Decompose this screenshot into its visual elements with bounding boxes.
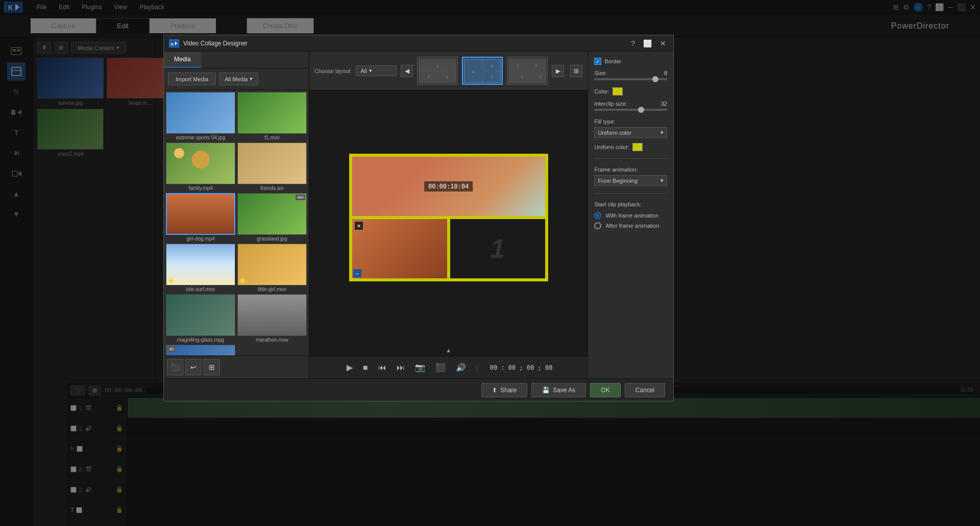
media-file-friends[interactable]: friends.avi bbox=[237, 142, 307, 191]
dialog-help-btn[interactable]: ? bbox=[629, 39, 637, 47]
svg-text:K: K bbox=[171, 42, 174, 46]
frame-anim-section: Frame animation: From Beginning ▾ bbox=[594, 166, 667, 186]
radio-after-anim[interactable] bbox=[594, 222, 601, 229]
dialog-restore-btn[interactable]: ⬜ bbox=[641, 39, 654, 47]
svg-text:3: 3 bbox=[428, 74, 430, 79]
dialog-footer: ⬆ Share 💾 Save As OK Cancel bbox=[164, 378, 673, 401]
media-file-little-girl[interactable]: ⭐ little-girl.mov bbox=[237, 244, 307, 292]
share-btn[interactable]: Share bbox=[500, 387, 517, 394]
collage-remove-btn-1[interactable]: ✕ bbox=[354, 221, 363, 230]
radio-with-anim[interactable] bbox=[594, 212, 601, 219]
stop-btn[interactable]: ■ bbox=[361, 361, 370, 374]
dialog-options-panel: ✓ Border Size: 8 Color: bbox=[587, 52, 673, 378]
ok-btn[interactable]: OK bbox=[590, 383, 620, 397]
layout-dropdown[interactable]: All ▾ bbox=[356, 65, 397, 76]
share-icon: ⬆ bbox=[492, 387, 497, 394]
fill-type-label: Fill type: bbox=[594, 118, 615, 125]
collage-preview: 00:00:10:04 ✕ ↔ 1 bbox=[349, 154, 548, 281]
share-section: ⬆ Share bbox=[481, 383, 527, 397]
uniform-color-picker[interactable] bbox=[632, 143, 643, 151]
forward-btn[interactable]: ⏭ bbox=[395, 361, 407, 374]
save-as-icon: 💾 bbox=[542, 387, 550, 394]
border-checkbox[interactable]: ✓ bbox=[594, 58, 601, 65]
size-slider-thumb bbox=[652, 76, 658, 82]
media-file-kite[interactable]: ⭐ kite-surf.mov bbox=[166, 244, 235, 292]
snapshot-btn[interactable]: 📷 bbox=[413, 361, 427, 374]
preview-timecode: 00:00:10:04 bbox=[424, 181, 473, 192]
collage-panel-bottom-right[interactable]: 1 bbox=[450, 219, 545, 278]
layout-grid-view-btn[interactable]: ⊞ bbox=[570, 65, 582, 77]
layout-next-btn[interactable]: ▶ bbox=[552, 65, 564, 77]
size-slider[interactable] bbox=[594, 78, 667, 80]
media-file-girl-dog[interactable]: girl-dog.mp4 bbox=[166, 193, 235, 242]
dialog-media-controls: Import Media All Media ▾ bbox=[164, 68, 309, 90]
svg-text:1: 1 bbox=[491, 74, 493, 79]
media-file-f1[interactable]: f1.mov bbox=[237, 92, 307, 140]
dialog-preview-area: Choose layout: All ▾ ◀ 1 3 2 bbox=[309, 52, 587, 378]
media-file-magnify[interactable]: magnifing-glass.mpg bbox=[166, 294, 235, 343]
frame-anim-label: Frame animation: bbox=[594, 166, 638, 173]
svg-text:1: 1 bbox=[436, 63, 438, 68]
interclip-section: Interclip size: 32 bbox=[594, 101, 667, 113]
cancel-btn[interactable]: Cancel bbox=[625, 383, 665, 397]
layout-prev-btn[interactable]: ◀ bbox=[401, 65, 413, 77]
volume-btn[interactable]: 🔊 bbox=[454, 361, 468, 374]
interclip-value: 32 bbox=[661, 101, 667, 107]
layout-option-2[interactable]: 2 3 1 bbox=[462, 57, 503, 85]
frame-anim-dropdown[interactable]: From Beginning ▾ bbox=[594, 175, 667, 186]
caption-btn[interactable]: ⬛ bbox=[433, 361, 448, 374]
undo-icon-btn[interactable]: ↩ bbox=[185, 359, 202, 375]
size-row: Size: 8 bbox=[594, 70, 667, 76]
dialog-close-btn[interactable]: ✕ bbox=[658, 39, 668, 47]
dialog-title-text: Video Collage Designer bbox=[183, 40, 629, 47]
svg-text:2: 2 bbox=[540, 75, 542, 78]
interclip-row: Interclip size: 32 bbox=[594, 101, 667, 107]
dialog-window-controls: ? ⬜ ✕ bbox=[629, 39, 668, 47]
interclip-label: Interclip size: bbox=[594, 101, 627, 107]
collage-panel-top[interactable]: 00:00:10:04 bbox=[352, 157, 545, 216]
svg-text:3: 3 bbox=[491, 63, 493, 68]
kite-overlay: ⭐ bbox=[168, 278, 174, 283]
media-file-family[interactable]: family.mp4 bbox=[166, 142, 235, 191]
preview-canvas: 00:00:10:04 ✕ ↔ 1 bbox=[309, 90, 587, 345]
save-as-btn[interactable]: Save As bbox=[553, 387, 575, 394]
separator-2 bbox=[594, 193, 667, 194]
playback-time: 00 : 00 ; 00 ; 00 bbox=[490, 364, 553, 371]
media-file-extreme[interactable]: extreme sports 04.jpg bbox=[166, 92, 235, 140]
svg-text:3: 3 bbox=[535, 63, 537, 67]
dialog-filter-dropdown[interactable]: All Media ▾ bbox=[219, 73, 258, 85]
preview-indicator: ▲ bbox=[309, 345, 587, 356]
dialog-media-tabs: Media bbox=[164, 52, 309, 68]
color-picker-btn[interactable] bbox=[612, 87, 623, 95]
media-file-marathon[interactable]: marathon.mov bbox=[237, 294, 307, 343]
dialog-titlebar: K Video Collage Designer ? ⬜ ✕ bbox=[164, 35, 673, 52]
collage-add-btn-1[interactable]: ↔ bbox=[353, 269, 361, 277]
layout-option-3[interactable]: 1 3 4 2 bbox=[507, 57, 548, 85]
dialog-body: Media Import Media All Media ▾ extreme s… bbox=[164, 52, 673, 378]
little-girl-overlay: ⭐ bbox=[239, 278, 246, 283]
save-as-section: 💾 Save As bbox=[531, 383, 586, 397]
svg-text:2: 2 bbox=[473, 69, 475, 74]
dialog-media-list: extreme sports 04.jpg f1.mov fa bbox=[164, 90, 309, 355]
dialog-tab-media[interactable]: Media bbox=[164, 52, 201, 68]
layout-label: Choose layout: bbox=[314, 68, 352, 74]
badge-3d: 3D bbox=[167, 346, 176, 352]
collage-panel-bottom-left[interactable]: ✕ ↔ bbox=[352, 219, 447, 278]
rewind-btn[interactable]: ⏮ bbox=[376, 361, 388, 374]
media-file-grassland[interactable]: 360 grassland.jpg bbox=[237, 193, 307, 242]
collage-bottom-row: ✕ ↔ 1 bbox=[352, 219, 545, 278]
storyboard-icon-btn[interactable]: ⬛ bbox=[167, 359, 183, 375]
radio-row-2: After frame animation bbox=[594, 222, 667, 229]
preview-controls: ▶ ■ ⏮ ⏭ 📷 ⬛ 🔊 | 00 : 00 ; 00 ; 00 bbox=[309, 356, 587, 378]
media-file-mountain[interactable]: 3D mountain... bbox=[166, 345, 235, 355]
badge-360: 360 bbox=[296, 195, 305, 200]
grid-icon-btn[interactable]: ⊞ bbox=[204, 359, 220, 375]
dialog-import-btn[interactable]: Import Media bbox=[168, 73, 216, 85]
dialog-logo: K bbox=[169, 39, 179, 47]
separator-1 bbox=[594, 158, 667, 159]
color-row: Color: bbox=[594, 87, 667, 95]
play-btn[interactable]: ▶ bbox=[345, 361, 355, 374]
layout-option-1[interactable]: 1 3 2 bbox=[417, 57, 458, 85]
fill-type-dropdown[interactable]: Uniform color ▾ bbox=[594, 127, 667, 138]
interclip-slider[interactable] bbox=[594, 109, 667, 111]
